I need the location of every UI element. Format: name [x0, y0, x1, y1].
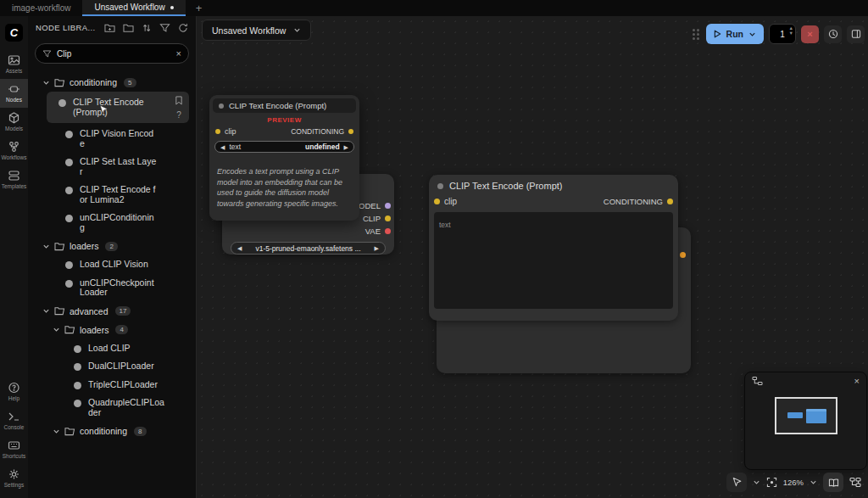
chevron-down-icon [53, 428, 60, 435]
output-label-conditioning: CONDITIONING [604, 197, 663, 206]
close-icon[interactable]: × [854, 376, 860, 386]
tab-label: image-workflow [12, 3, 70, 13]
workflow-graph-icon[interactable] [849, 477, 861, 488]
vae-output-socket[interactable] [385, 228, 391, 234]
sidebar-item-models[interactable]: Models [0, 108, 28, 137]
close-icon: × [807, 29, 812, 39]
sidebar-item-templates[interactable]: Templates [0, 165, 28, 194]
clip-text-encode-node[interactable]: CLIP Text Encode (Prompt) clip CONDITION… [429, 175, 678, 321]
combo-right-arrow-icon[interactable]: ▶ [375, 245, 379, 251]
stepper-down-icon[interactable]: ▼ [789, 31, 793, 36]
tree-node-clip-set-last-layer[interactable]: CLIP Set Last Layer [28, 153, 196, 181]
sort-icon[interactable] [142, 23, 152, 33]
node-bullet-icon [58, 99, 66, 107]
count-badge: 17 [115, 306, 131, 316]
model-output-socket[interactable] [385, 203, 391, 209]
prompt-textarea[interactable]: text [434, 212, 673, 309]
node-bullet-icon [74, 400, 81, 407]
tree-node-dual-clip-loader[interactable]: DualCLIPLoader [28, 357, 196, 376]
textarea-placeholder: text [439, 221, 451, 229]
node-title: CLIP Text Encode (Prompt) [449, 181, 563, 191]
cancel-run-button[interactable]: × [801, 25, 819, 43]
sidebar-item-nodes[interactable]: Nodes [0, 79, 28, 108]
conditioning-output-socket[interactable] [680, 252, 686, 258]
tree-folder-loaders[interactable]: loaders 2 [28, 237, 196, 255]
bookmark-icon[interactable] [175, 96, 183, 105]
tree-folder-advanced[interactable]: advanced 17 [28, 302, 196, 321]
refresh-icon[interactable] [178, 23, 188, 33]
search-input[interactable]: Clip × [35, 43, 189, 64]
new-folder-icon[interactable] [104, 23, 115, 33]
zoom-level[interactable]: 126% [783, 478, 804, 487]
tree-node-triple-clip-loader[interactable]: TripleCLIPLoader [28, 376, 196, 394]
chevron-down-icon[interactable] [753, 478, 760, 486]
open-folder-icon [54, 78, 65, 87]
select-tool-button[interactable] [726, 473, 747, 492]
node-bullet-icon [74, 382, 81, 389]
tree-node-clip-text-encode[interactable]: CLIP Text Encode (Prompt) ? [47, 92, 189, 123]
book-open-icon [828, 478, 839, 488]
help-question-icon[interactable]: ? [176, 110, 181, 120]
tree-folder-conditioning[interactable]: conditioning 5 [28, 73, 196, 92]
shortcuts-icon [8, 439, 20, 451]
count-badge: 4 [115, 325, 127, 334]
gear-icon [8, 468, 20, 480]
history-button[interactable] [824, 25, 842, 43]
workflow-tab-bar: image-workflow Unsaved Workflow + [0, 0, 868, 16]
combo-left-arrow-icon[interactable]: ◀ [237, 245, 242, 251]
sidebar-item-settings[interactable]: Settings [0, 464, 28, 493]
fit-view-icon[interactable] [766, 477, 777, 488]
minimap-panel: × [744, 372, 867, 470]
tree-folder-advanced-conditioning[interactable]: conditioning 8 [28, 422, 196, 440]
sidebar-item-assets[interactable]: Assets [0, 50, 28, 79]
node-library-tree: conditioning 5 CLIP Text Encode (Prompt)… [28, 67, 196, 498]
preview-badge: PREVIEW [209, 116, 359, 124]
tree-node-quadruple-clip-loader[interactable]: QuadrupleCLIPLoader [28, 394, 196, 422]
sidebar-item-help[interactable]: Help [0, 378, 28, 406]
tree-node-load-clip-vision[interactable]: Load CLIP Vision [28, 255, 196, 274]
conditioning-output-socket[interactable] [667, 199, 673, 204]
minimap-viewport[interactable] [775, 397, 837, 434]
tree-node-clip-text-encode-lumina2[interactable]: CLIP Text Encode for Lumina2 [28, 181, 196, 209]
graph-overview-icon [752, 376, 763, 386]
library-toggle-button[interactable] [823, 473, 843, 492]
node-preview-tooltip: CLIP Text Encode (Prompt) PREVIEW clip C… [209, 95, 359, 221]
panel-toggle-button[interactable] [847, 25, 865, 43]
tree-node-load-clip[interactable]: Load CLIP [28, 339, 196, 358]
sidebar-item-shortcuts[interactable]: Shortcuts [0, 435, 28, 464]
node-bullet-icon [74, 363, 81, 371]
node-bullet-icon [65, 159, 73, 166]
output-label-vae: VAE [365, 227, 381, 236]
tree-node-unclip-checkpoint-loader[interactable]: unCLIPCheckpointLoader [28, 274, 196, 302]
tree-node-unclip-conditioning[interactable]: unCLIPConditioning [28, 209, 196, 237]
comfy-logo[interactable]: C [5, 24, 23, 42]
workflow-menu-button[interactable]: Unsaved Workflow [202, 20, 311, 41]
tree-node-clip-vision-encode[interactable]: CLIP Vision Encode [28, 125, 196, 153]
tab-label: Unsaved Workflow [94, 3, 164, 12]
graph-canvas[interactable]: Unsaved Workflow Run 1 ▲ ▼ [197, 16, 868, 498]
run-button[interactable]: Run [706, 24, 764, 44]
clip-input-socket[interactable] [434, 199, 440, 204]
play-icon [714, 30, 721, 38]
sidebar-item-console[interactable]: Console [0, 406, 28, 435]
tab-unsaved-workflow[interactable]: Unsaved Workflow [82, 0, 185, 16]
node-collapse-dot-icon[interactable] [437, 183, 443, 189]
count-badge: 2 [105, 242, 117, 251]
open-folder-icon [54, 306, 65, 316]
filter-icon[interactable] [159, 23, 170, 33]
nodes-icon [8, 83, 20, 95]
node-collapse-dot-icon [219, 104, 224, 109]
workflows-icon [8, 141, 20, 153]
tree-folder-advanced-loaders[interactable]: loaders 4 [28, 321, 196, 339]
drag-handle[interactable] [693, 29, 699, 40]
chevron-down-icon[interactable] [810, 478, 817, 486]
folder-icon[interactable] [123, 23, 134, 33]
tab-image-workflow[interactable]: image-workflow [0, 0, 82, 16]
sidebar-item-workflows[interactable]: Workflows [0, 137, 28, 165]
clear-search-icon[interactable]: × [176, 48, 181, 59]
new-tab-button[interactable]: + [186, 0, 213, 16]
clip-output-socket[interactable] [385, 215, 391, 221]
ckpt-name-combo-widget[interactable]: ◀ v1-5-pruned-emaonly.safetens ... ▶ [231, 242, 386, 255]
app-window: image-workflow Unsaved Workflow + C Asse… [0, 0, 868, 498]
batch-count-stepper[interactable]: 1 ▲ ▼ [769, 24, 796, 44]
